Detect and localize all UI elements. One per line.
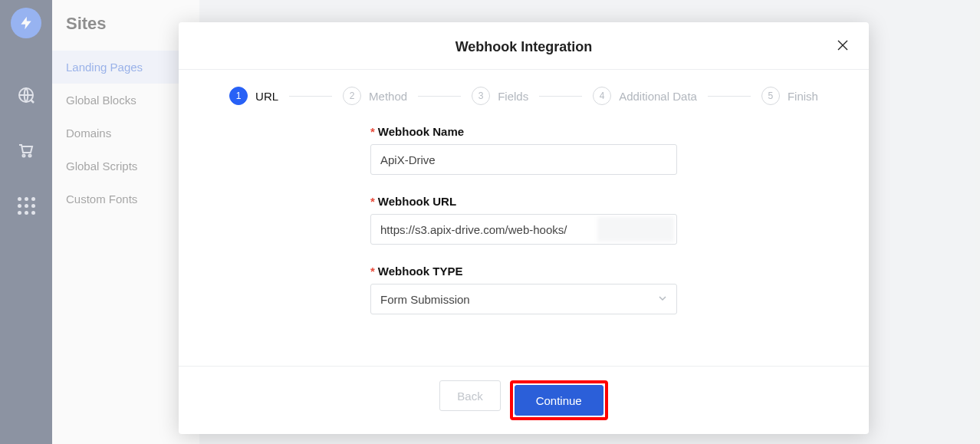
back-button[interactable]: Back (439, 380, 500, 411)
webhook-type-select[interactable]: Form Submission (370, 284, 677, 314)
webhook-name-label: *Webhook Name (370, 125, 677, 138)
step-additional-data[interactable]: 4 Additional Data (593, 87, 697, 105)
stepper: 1 URL 2 Method 3 Fields 4 Additional Dat… (179, 70, 869, 113)
close-icon[interactable] (834, 36, 852, 54)
step-fields[interactable]: 3 Fields (472, 87, 528, 105)
url-redaction (597, 217, 674, 242)
webhook-url-label: *Webhook URL (370, 195, 677, 208)
webhook-name-input[interactable] (370, 144, 677, 175)
modal-title: Webhook Integration (179, 39, 869, 55)
continue-button[interactable]: Continue (515, 385, 603, 416)
chevron-down-icon (658, 294, 667, 305)
step-method[interactable]: 2 Method (343, 87, 407, 105)
webhook-type-label: *Webhook TYPE (370, 265, 677, 278)
continue-highlight: Continue (510, 380, 608, 420)
webhook-modal: Webhook Integration 1 URL 2 Method 3 Fie… (179, 22, 869, 434)
step-url[interactable]: 1 URL (229, 87, 278, 105)
step-finish[interactable]: 5 Finish (761, 87, 818, 105)
